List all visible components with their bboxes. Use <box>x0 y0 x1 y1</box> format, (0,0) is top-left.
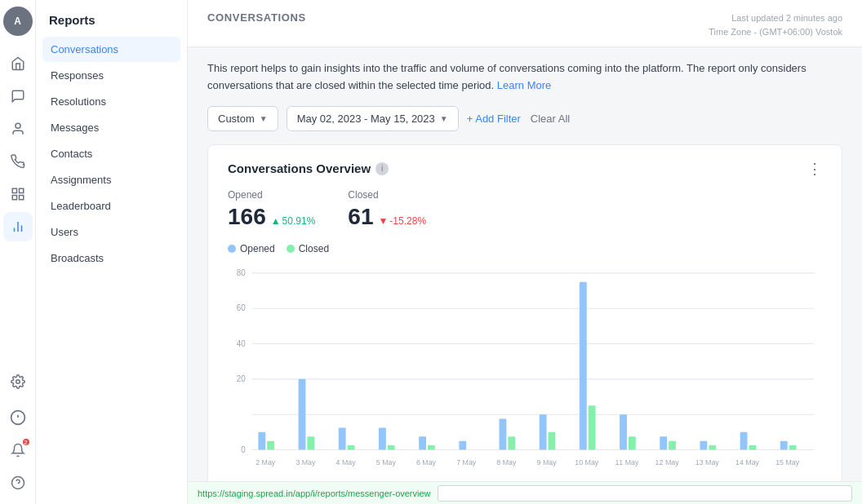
svg-rect-44 <box>549 431 556 449</box>
sidebar-item-assignments[interactable]: Assignments <box>42 167 180 192</box>
period-filter[interactable]: Custom ▼ <box>207 106 278 131</box>
period-chevron-icon: ▼ <box>260 114 268 123</box>
bottom-bar: https://staging.spread.in/app/i/reports/… <box>188 481 862 504</box>
contacts-icon[interactable] <box>3 114 33 144</box>
org-icon[interactable] <box>3 179 33 209</box>
signal-icon[interactable] <box>3 147 33 176</box>
svg-rect-26 <box>299 378 306 449</box>
svg-rect-59 <box>749 445 756 449</box>
up-arrow-icon: ▲ <box>271 215 281 227</box>
chart-svg: 80 60 40 20 0 2 May 3 May <box>228 264 822 476</box>
sidebar-item-messages[interactable]: Messages <box>42 115 180 140</box>
icon-rail: A 2 <box>0 0 36 504</box>
svg-text:12 May: 12 May <box>655 458 679 466</box>
svg-rect-40 <box>500 418 507 449</box>
svg-text:8 May: 8 May <box>496 458 516 466</box>
sidebar-item-contacts[interactable]: Contacts <box>42 141 180 166</box>
last-updated-text: Last updated 2 minutes ago <box>709 11 842 25</box>
overview-card: Conversations Overview i ⋮ Opened 166 ▲ … <box>207 144 842 481</box>
sidebar-item-responses[interactable]: Responses <box>42 63 180 88</box>
svg-rect-33 <box>388 445 395 449</box>
svg-text:9 May: 9 May <box>537 458 557 466</box>
sidebar-item-leaderboard[interactable]: Leaderboard <box>42 193 180 219</box>
settings-icon[interactable] <box>3 367 33 396</box>
closed-change: ▼ -15.28% <box>378 215 426 227</box>
more-options-icon[interactable]: ⋮ <box>807 161 822 176</box>
svg-rect-29 <box>339 427 346 449</box>
svg-text:40: 40 <box>237 338 246 348</box>
svg-rect-49 <box>620 414 627 449</box>
notifications-icon[interactable]: 2 <box>3 435 33 465</box>
svg-rect-46 <box>580 281 587 449</box>
legend-opened: Opened <box>228 243 275 254</box>
closed-label: Closed <box>348 189 426 201</box>
sidebar-title: Reports <box>36 0 187 33</box>
svg-rect-3 <box>19 196 23 200</box>
svg-text:80: 80 <box>237 267 246 277</box>
sidebar-item-resolutions[interactable]: Resolutions <box>42 89 180 114</box>
main-header: CONVERSATIONS Last updated 2 minutes ago… <box>188 0 862 47</box>
sidebar-nav: ConversationsResponsesResolutionsMessage… <box>36 33 187 274</box>
svg-text:60: 60 <box>237 303 246 313</box>
content-area: This report helps to gain insights into … <box>188 47 862 481</box>
svg-rect-24 <box>267 440 274 449</box>
card-title: Conversations Overview <box>228 161 371 175</box>
svg-rect-4 <box>12 196 16 200</box>
opened-stat: Opened 166 ▲ 50.91% <box>228 189 315 230</box>
period-label: Custom <box>218 113 255 125</box>
reports-icon[interactable] <box>3 212 33 241</box>
svg-text:2 May: 2 May <box>255 458 275 466</box>
chart-container: 80 60 40 20 0 2 May 3 May <box>228 264 822 476</box>
opened-change: ▲ 50.91% <box>271 215 316 227</box>
svg-rect-23 <box>258 431 265 449</box>
date-chevron-icon: ▼ <box>440 114 448 123</box>
header-meta: Last updated 2 minutes ago Time Zone - (… <box>709 11 842 38</box>
add-filter-button[interactable]: + Add Filter <box>467 113 521 125</box>
svg-rect-41 <box>508 436 515 449</box>
help-icon[interactable] <box>3 468 33 497</box>
page-title: CONVERSATIONS <box>207 11 306 24</box>
sidebar-item-users[interactable]: Users <box>42 219 180 245</box>
svg-rect-38 <box>459 440 466 449</box>
sidebar-item-broadcasts[interactable]: Broadcasts <box>42 245 180 271</box>
svg-text:13 May: 13 May <box>695 458 719 466</box>
svg-rect-30 <box>348 445 355 449</box>
home-icon[interactable] <box>3 49 33 78</box>
opened-label: Opened <box>228 189 315 201</box>
sidebar-item-conversations[interactable]: Conversations <box>42 37 180 62</box>
date-range-label: May 02, 2023 - May 15, 2023 <box>297 113 435 125</box>
svg-text:5 May: 5 May <box>376 458 396 466</box>
clear-all-button[interactable]: Clear All <box>531 113 570 125</box>
svg-rect-32 <box>379 427 386 449</box>
svg-rect-56 <box>709 445 716 449</box>
svg-rect-53 <box>669 440 676 449</box>
filters-row: Custom ▼ May 02, 2023 - May 15, 2023 ▼ +… <box>207 106 842 131</box>
agent-icon[interactable] <box>3 403 33 432</box>
legend-closed: Closed <box>287 243 329 254</box>
svg-rect-61 <box>780 440 788 449</box>
svg-rect-36 <box>428 445 435 449</box>
date-range-filter[interactable]: May 02, 2023 - May 15, 2023 ▼ <box>287 106 459 131</box>
svg-point-8 <box>16 380 20 384</box>
chat-icon[interactable] <box>3 82 33 111</box>
info-icon[interactable]: i <box>375 162 389 175</box>
notification-badge: 2 <box>23 439 29 445</box>
svg-text:20: 20 <box>237 374 246 383</box>
svg-text:7 May: 7 May <box>456 458 476 466</box>
svg-rect-43 <box>540 414 547 449</box>
svg-text:3 May: 3 May <box>295 458 315 466</box>
svg-point-0 <box>16 123 20 128</box>
legend-row: Opened Closed <box>228 243 822 254</box>
sidebar: Reports ConversationsResponsesResolution… <box>36 0 188 504</box>
learn-more-link[interactable]: Learn More <box>497 79 551 91</box>
closed-stat: Closed 61 ▼ -15.28% <box>348 189 426 230</box>
svg-text:0: 0 <box>241 444 246 454</box>
avatar[interactable]: A <box>3 7 33 36</box>
svg-text:11 May: 11 May <box>615 458 638 466</box>
svg-text:14 May: 14 May <box>735 458 759 466</box>
svg-rect-47 <box>589 405 596 449</box>
down-arrow-icon: ▼ <box>378 215 388 227</box>
svg-text:4 May: 4 May <box>336 458 356 466</box>
bottom-input[interactable] <box>438 485 852 502</box>
svg-rect-62 <box>789 445 797 449</box>
